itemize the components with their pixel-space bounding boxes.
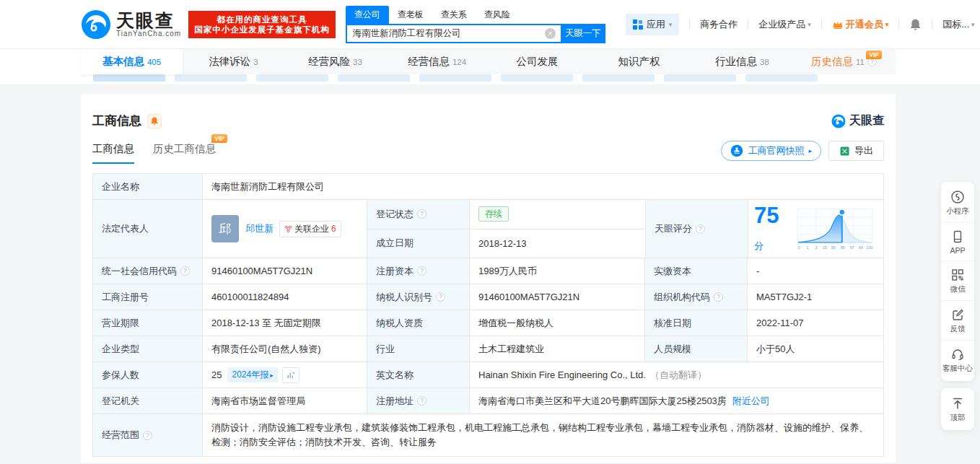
related-companies-tag[interactable]: 关联企业 6 xyxy=(279,221,341,237)
table-row: 法定代表人 邱 邱世新 关联企业 6 xyxy=(93,200,883,258)
arrow-right-icon: ▸ xyxy=(808,147,812,154)
org-code-label: 组织机构代码 ? xyxy=(645,284,748,310)
notification-bell-icon[interactable] xyxy=(909,18,922,31)
tab-business-info[interactable]: 经营信息124 xyxy=(386,49,488,74)
tab-industry-info[interactable]: 行业信息38 xyxy=(691,49,793,74)
search-tabs: 查公司 查老板 查关系 查风险 xyxy=(346,6,605,24)
table-row: 营业期限 2018-12-13 至 无固定期限 纳税人资质 增值税一般纳税人 核… xyxy=(93,310,883,336)
credit-code-value: 91460100MA5T7GJ21N xyxy=(203,258,367,284)
excel-export-icon xyxy=(839,146,850,157)
tab-history-info[interactable]: VIP 历史信息11 ? xyxy=(793,49,895,74)
caret-down-icon: ▾ xyxy=(971,21,975,28)
caret-down-icon: ▾ xyxy=(885,21,889,28)
divider xyxy=(821,19,822,30)
subtab-history-business-info[interactable]: VIP 历史工商信息 xyxy=(153,142,216,164)
tab-company-development[interactable]: 公司发展 xyxy=(488,49,590,74)
company-nav-strip: 基本信息405 法律诉讼3 经营风险33 经营信息124 公司发展 知识产权 行… xyxy=(0,49,980,74)
divider xyxy=(932,19,932,30)
reg-address-value: 海南省海口市美兰区和平大道20号鹏晖国际大厦25楼2503房 xyxy=(478,395,727,408)
business-scope-label: 经营范围 ? xyxy=(93,414,203,456)
company-type-label: 企业类型 xyxy=(93,336,203,362)
table-row: 经营范围 ? 消防设计，消防设施工程专业承包，建筑装修装饰工程承包，机电工程施工… xyxy=(93,414,883,456)
tab-intellectual-property[interactable]: 知识产权 xyxy=(590,49,691,74)
reg-status-value: 存续 xyxy=(470,200,645,229)
tianyancha-logo-icon xyxy=(81,9,111,40)
open-vip-link[interactable]: 开通会员 ▾ xyxy=(832,18,889,31)
cooperation-link[interactable]: 商务合作 xyxy=(700,18,738,31)
skeleton-bar xyxy=(175,74,247,82)
crown-icon xyxy=(832,19,844,30)
help-icon[interactable]: ? xyxy=(143,431,152,440)
enterprise-products-link[interactable]: 企业级产品 ▾ xyxy=(758,18,811,31)
insured-trend-button[interactable] xyxy=(282,367,299,383)
search-button[interactable]: 天眼一下 xyxy=(561,24,605,43)
table-row: 工商注册号 460100011824894 纳税人识别号 ? 91460100M… xyxy=(93,284,883,310)
score-axis-ticks: 0 1 3 15 50 85 97 99 100 xyxy=(798,245,873,250)
help-icon[interactable]: ? xyxy=(417,266,426,276)
app-download-button[interactable]: APP xyxy=(941,223,974,261)
reg-authority-label: 登记机关 xyxy=(93,388,203,413)
help-icon[interactable]: ? xyxy=(436,292,445,302)
site-logo[interactable]: 天眼查 TianYanCha.com xyxy=(81,9,181,40)
help-icon[interactable]: ? xyxy=(417,396,426,406)
skeleton-bar xyxy=(419,74,491,82)
vip-badge: VIP xyxy=(866,51,882,59)
svg-text:97: 97 xyxy=(850,245,854,250)
help-icon[interactable]: ? xyxy=(696,224,705,234)
annual-report-tag[interactable]: 2024年报 ▸ xyxy=(227,367,277,382)
reg-authority-value: 海南省市场监督管理局 xyxy=(203,388,367,413)
clear-icon[interactable]: × xyxy=(545,28,556,39)
company-type-value: 有限责任公司(自然人独资) xyxy=(203,336,367,362)
insured-count-label: 参保人数 xyxy=(93,362,203,388)
english-name-cell: Hainan Shixin Fire Engineering Co., Ltd.… xyxy=(470,362,883,388)
search-tab-risk[interactable]: 查风险 xyxy=(476,6,519,24)
svg-text:85: 85 xyxy=(841,245,845,250)
relation-graph-icon xyxy=(284,225,292,233)
search-input[interactable] xyxy=(346,24,561,43)
svg-text:0: 0 xyxy=(798,245,800,250)
top-header: 天眼查 TianYanCha.com 都在用的商业查询工具 国家中小企业发展子基… xyxy=(0,0,980,49)
wechat-qr-button[interactable]: 微信 xyxy=(941,261,974,301)
mini-program-icon xyxy=(950,190,965,204)
legal-rep-cell: 邱 邱世新 关联企业 6 xyxy=(203,200,367,258)
legal-rep-name-link[interactable]: 邱世新 xyxy=(245,222,274,235)
vip-badge: VIP xyxy=(211,134,227,143)
help-icon[interactable]: ? xyxy=(417,209,426,219)
official-snapshot-button[interactable]: 工商官网快照 ▸ xyxy=(721,141,821,161)
search-area: 查公司 查老板 查关系 查风险 × 天眼一下 xyxy=(346,6,605,43)
help-icon[interactable]: ? xyxy=(180,266,190,276)
reg-address-cell: 海南省海口市美兰区和平大道20号鹏晖国际大厦25楼2503房 附近公司 xyxy=(470,388,883,413)
feedback-button[interactable]: 反馈 xyxy=(941,301,974,341)
floating-toolbar: 小程序 APP 微信 反馈 xyxy=(941,182,974,430)
taxpayer-quality-label: 纳税人资质 xyxy=(367,310,470,336)
back-to-top-button[interactable]: 顶部 xyxy=(941,390,974,429)
staff-size-value: 小于50人 xyxy=(748,336,883,362)
export-button[interactable]: 导出 xyxy=(828,141,884,161)
table-row: 企业名称 海南世新消防工程有限公司 xyxy=(93,174,883,200)
stamp-icon xyxy=(730,144,743,157)
apps-button[interactable]: 应用 ▾ xyxy=(626,14,680,35)
mini-program-button[interactable]: 小程序 xyxy=(941,183,974,223)
score-cell: 75分 0 1 xyxy=(748,200,883,258)
phone-icon xyxy=(950,229,965,244)
help-icon[interactable]: ? xyxy=(714,292,723,302)
divider xyxy=(898,19,899,30)
tab-basic-info[interactable]: 基本信息405 xyxy=(81,49,183,74)
locale-selector[interactable]: 国标... ▾ xyxy=(942,18,974,31)
avatar[interactable]: 邱 xyxy=(211,215,239,242)
subscribe-bell-icon[interactable] xyxy=(147,114,162,128)
promo-line2: 国家中小企业发展子基金旗下机构 xyxy=(194,25,330,35)
english-name-label: 英文名称 xyxy=(367,362,470,388)
subtab-business-info[interactable]: 工商信息 xyxy=(92,142,134,164)
search-tab-relation[interactable]: 查关系 xyxy=(432,6,476,24)
search-tab-boss[interactable]: 查老板 xyxy=(389,6,432,24)
tab-operation-risk[interactable]: 经营风险33 xyxy=(284,49,386,74)
reg-capital-value: 1989万人民币 xyxy=(470,258,645,284)
search-tab-company[interactable]: 查公司 xyxy=(346,6,389,24)
paid-capital-value: - xyxy=(748,258,883,284)
tab-legal-proceedings[interactable]: 法律诉讼3 xyxy=(183,49,284,74)
divider xyxy=(748,19,748,30)
customer-service-button[interactable]: 客服中心 xyxy=(941,341,974,380)
taxpayer-quality-value: 增值税一般纳税人 xyxy=(470,310,645,336)
nearby-companies-link[interactable]: 附近公司 xyxy=(732,395,770,408)
